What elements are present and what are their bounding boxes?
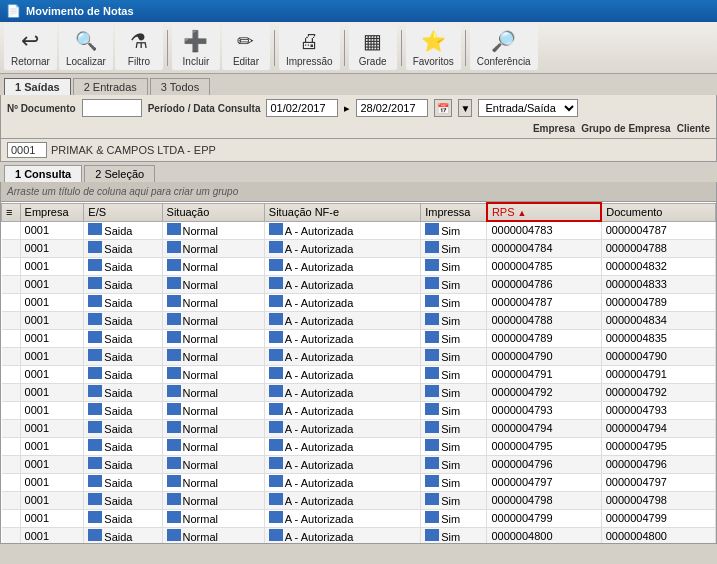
row-documento: 0000004792 [601, 383, 715, 401]
col-header-impressa[interactable]: Impressa [421, 203, 487, 221]
table-row[interactable]: 0001 Saida Normal A - Autorizada Sim 000… [2, 257, 716, 275]
doc-label: Nº Documento [7, 103, 76, 114]
row-num [2, 347, 21, 365]
row-sitnfe: A - Autorizada [264, 473, 420, 491]
table-row[interactable]: 0001 Saida Normal A - Autorizada Sim 000… [2, 401, 716, 419]
table-row[interactable]: 0001 Saida Normal A - Autorizada Sim 000… [2, 473, 716, 491]
row-es: Saida [84, 221, 162, 239]
row-sitnfe: A - Autorizada [264, 437, 420, 455]
favoritos-button[interactable]: ⭐ Favoritos [406, 24, 461, 70]
row-num [2, 221, 21, 239]
tab-consulta[interactable]: 1 Consulta [4, 165, 82, 182]
table-row[interactable]: 0001 Saida Normal A - Autorizada Sim 000… [2, 419, 716, 437]
row-situacao: Normal [162, 383, 264, 401]
table-row[interactable]: 0001 Saida Normal A - Autorizada Sim 000… [2, 491, 716, 509]
tab-todos[interactable]: 3 Todos [150, 78, 210, 95]
retornar-button[interactable]: ↩ Retornar [4, 24, 57, 70]
row-rps: 0000004794 [487, 419, 601, 437]
row-sitnfe: A - Autorizada [264, 293, 420, 311]
col-header-sitnfe[interactable]: Situação NF-e [264, 203, 420, 221]
table-row[interactable]: 0001 Saida Normal A - Autorizada Sim 000… [2, 275, 716, 293]
row-rps: 0000004792 [487, 383, 601, 401]
row-documento: 0000004799 [601, 509, 715, 527]
table-row[interactable]: 0001 Saida Normal A - Autorizada Sim 000… [2, 347, 716, 365]
row-empresa: 0001 [20, 275, 84, 293]
toolbar-separator-3 [344, 30, 345, 66]
tab-entradas[interactable]: 2 Entradas [73, 78, 148, 95]
row-documento: 0000004796 [601, 455, 715, 473]
row-empresa: 0001 [20, 383, 84, 401]
table-row[interactable]: 0001 Saida Normal A - Autorizada Sim 000… [2, 527, 716, 544]
filter-area: Nº Documento Período / Data Consulta ▸ 📅… [0, 95, 717, 139]
table-row[interactable]: 0001 Saida Normal A - Autorizada Sim 000… [2, 383, 716, 401]
tab-selecao[interactable]: 2 Seleção [84, 165, 155, 182]
col-header-rps[interactable]: RPS ▲ [487, 203, 601, 221]
entrada-saida-select[interactable]: Entrada/Saída Entrada Saída [478, 99, 578, 117]
row-situacao: Normal [162, 401, 264, 419]
table-row[interactable]: 0001 Saida Normal A - Autorizada Sim 000… [2, 293, 716, 311]
editar-button[interactable]: ✏ Editar [222, 24, 270, 70]
row-rps: 0000004783 [487, 221, 601, 239]
table-row[interactable]: 0001 Saida Normal A - Autorizada Sim 000… [2, 221, 716, 239]
impressao-button[interactable]: 🖨 Impressão [279, 24, 340, 70]
row-es: Saida [84, 347, 162, 365]
table-row[interactable]: 0001 Saida Normal A - Autorizada Sim 000… [2, 311, 716, 329]
dropdown-button[interactable]: ▼ [458, 99, 472, 117]
row-sitnfe: A - Autorizada [264, 365, 420, 383]
date-to-input[interactable] [356, 99, 428, 117]
tab-saidas[interactable]: 1 Saídas [4, 78, 71, 95]
row-sitnfe: A - Autorizada [264, 347, 420, 365]
row-sitnfe: A - Autorizada [264, 257, 420, 275]
incluir-button[interactable]: ➕ Incluir [172, 24, 220, 70]
table-row[interactable]: 0001 Saida Normal A - Autorizada Sim 000… [2, 455, 716, 473]
filtro-button[interactable]: ⚗ Filtro [115, 24, 163, 70]
table-row[interactable]: 0001 Saida Normal A - Autorizada Sim 000… [2, 329, 716, 347]
conferencia-button[interactable]: 🔎 Conferência [470, 24, 538, 70]
row-sitnfe: A - Autorizada [264, 527, 420, 544]
row-empresa: 0001 [20, 347, 84, 365]
row-es: Saida [84, 419, 162, 437]
row-empresa: 0001 [20, 221, 84, 239]
row-num [2, 473, 21, 491]
calendar-button[interactable]: 📅 [434, 99, 452, 117]
row-documento: 0000004788 [601, 239, 715, 257]
row-empresa: 0001 [20, 311, 84, 329]
table-row[interactable]: 0001 Saida Normal A - Autorizada Sim 000… [2, 437, 716, 455]
periodo-label: Período / Data Consulta [148, 103, 261, 114]
row-num [2, 401, 21, 419]
row-documento: 0000004790 [601, 347, 715, 365]
row-empresa: 0001 [20, 509, 84, 527]
row-sitnfe: A - Autorizada [264, 275, 420, 293]
row-impressa: Sim [421, 329, 487, 347]
row-situacao: Normal [162, 347, 264, 365]
row-es: Saida [84, 473, 162, 491]
col-header-situacao[interactable]: Situação [162, 203, 264, 221]
toolbar: ↩ Retornar 🔍 Localizar ⚗ Filtro ➕ Inclui… [0, 22, 717, 74]
col-header-num[interactable]: ≡ [2, 203, 21, 221]
row-sitnfe: A - Autorizada [264, 419, 420, 437]
row-num [2, 437, 21, 455]
row-rps: 0000004797 [487, 473, 601, 491]
empresa-area: Empresa Grupo de Empresa Cliente [533, 123, 710, 134]
col-header-documento[interactable]: Documento [601, 203, 715, 221]
row-documento: 0000004833 [601, 275, 715, 293]
row-impressa: Sim [421, 275, 487, 293]
table-row[interactable]: 0001 Saida Normal A - Autorizada Sim 000… [2, 239, 716, 257]
col-header-es[interactable]: E/S [84, 203, 162, 221]
row-es: Saida [84, 239, 162, 257]
localizar-button[interactable]: 🔍 Localizar [59, 24, 113, 70]
empresa-code-input[interactable] [7, 142, 47, 158]
table-body: 0001 Saida Normal A - Autorizada Sim 000… [2, 221, 716, 544]
table-row[interactable]: 0001 Saida Normal A - Autorizada Sim 000… [2, 365, 716, 383]
col-header-empresa[interactable]: Empresa [20, 203, 84, 221]
row-empresa: 0001 [20, 491, 84, 509]
table-row[interactable]: 0001 Saida Normal A - Autorizada Sim 000… [2, 509, 716, 527]
row-impressa: Sim [421, 221, 487, 239]
row-situacao: Normal [162, 455, 264, 473]
impressao-icon: 🖨 [295, 27, 323, 55]
grade-button[interactable]: ▦ Grade [349, 24, 397, 70]
date-from-input[interactable] [266, 99, 338, 117]
table-container[interactable]: ≡ Empresa E/S Situação Situação NF-e Imp… [0, 202, 717, 544]
data-table: ≡ Empresa E/S Situação Situação NF-e Imp… [1, 202, 716, 544]
doc-input[interactable] [82, 99, 142, 117]
